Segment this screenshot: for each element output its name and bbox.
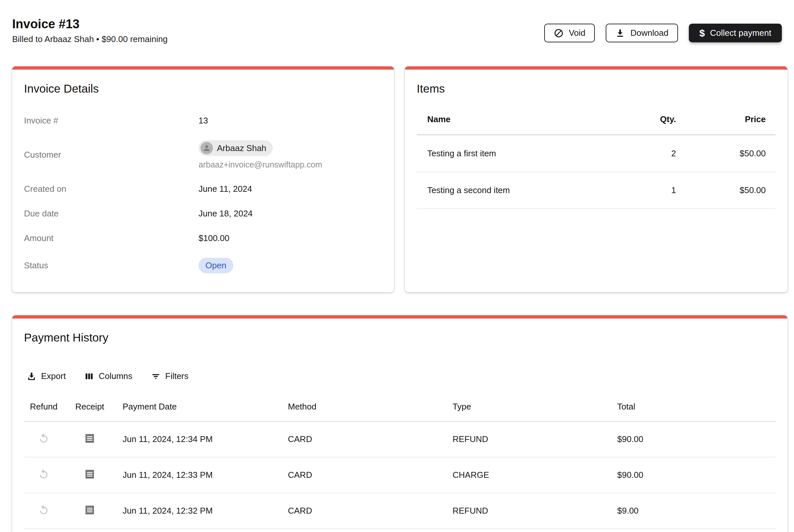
refund-button[interactable]	[37, 432, 50, 445]
payment-history-title: Payment History	[24, 330, 776, 345]
refund-button[interactable]	[37, 468, 50, 480]
receipt-icon	[84, 505, 95, 516]
items-header-row: Name Qty. Price	[417, 104, 776, 135]
customer-value: Arbaaz Shah arbaaz+invoice@runswiftapp.c…	[199, 140, 382, 169]
payment-method-cell: CARD	[281, 493, 446, 529]
detail-label: Amount	[24, 233, 199, 243]
avatar	[201, 142, 213, 154]
invoice-details-title: Invoice Details	[24, 81, 382, 96]
payment-type-cell: CHARGE	[446, 457, 611, 493]
items-column-name: Name	[417, 104, 614, 135]
payment-total-cell: $9.00	[611, 529, 776, 532]
due-date-value: June 18, 2024	[199, 209, 382, 219]
detail-row-created-on: Created on June 11, 2024	[24, 177, 382, 201]
refund-undo-icon	[38, 433, 49, 444]
customer-email: arbaaz+invoice@runswiftapp.com	[199, 160, 382, 169]
detail-row-customer: Customer Arbaaz Shah arbaaz+invoice@runs…	[24, 133, 382, 177]
payment-column-refund[interactable]: Refund	[24, 393, 70, 421]
payment-date-cell: Jun 11, 2024, 12:32 PM	[116, 493, 281, 529]
detail-label: Status	[24, 261, 199, 271]
item-name: Testing a second item	[417, 172, 614, 209]
status-value: Open	[199, 258, 382, 273]
refund-undo-icon	[38, 505, 49, 516]
refund-button[interactable]	[37, 504, 50, 516]
page-title: Invoice #13	[12, 16, 168, 32]
payment-type-cell: REFUND	[446, 421, 611, 457]
download-button-label: Download	[630, 28, 668, 38]
receipt-icon	[84, 433, 95, 444]
columns-button[interactable]: Columns	[81, 369, 135, 383]
created-on-value: June 11, 2024	[199, 184, 382, 194]
payment-method-cell: CARD	[281, 529, 446, 532]
payment-method-cell: CARD	[281, 457, 446, 493]
invoice-details-card: Invoice Details Invoice # 13 Customer	[12, 66, 394, 292]
void-button-label: Void	[569, 28, 586, 38]
items-title: Items	[417, 81, 776, 96]
item-price: $50.00	[686, 135, 776, 172]
refund-undo-icon	[38, 469, 49, 480]
customer-name: Arbaaz Shah	[217, 143, 266, 153]
filters-button-label: Filters	[165, 371, 189, 381]
payment-total-cell: $90.00	[611, 421, 776, 457]
detail-row-invoice-number: Invoice # 13	[24, 108, 382, 133]
invoice-details-rows: Invoice # 13 Customer Arbaaz Shah	[24, 108, 382, 281]
payment-history-toolbar: Export Columns Filters	[24, 369, 776, 383]
item-qty: 2	[614, 135, 686, 172]
detail-label: Invoice #	[24, 116, 199, 126]
detail-row-status: Status Open	[24, 251, 382, 281]
detail-label: Created on	[24, 184, 199, 194]
item-qty: 1	[614, 172, 686, 209]
invoice-page: Invoice #13 Billed to Arbaaz Shah • $90.…	[0, 0, 794, 532]
filters-button[interactable]: Filters	[148, 369, 191, 383]
page-header: Invoice #13 Billed to Arbaaz Shah • $90.…	[12, 16, 788, 45]
payment-total-cell: $9.00	[611, 493, 776, 529]
receipt-button[interactable]	[84, 432, 96, 445]
customer-chip[interactable]: Arbaaz Shah	[199, 140, 273, 156]
item-price: $50.00	[686, 172, 776, 209]
invoice-number-value: 13	[199, 116, 382, 126]
void-button[interactable]: Void	[544, 24, 595, 42]
payment-column-receipt[interactable]: Receipt	[70, 393, 116, 421]
export-button[interactable]: Export	[24, 369, 68, 383]
payment-history-card: Payment History Export Columns	[12, 315, 788, 532]
payment-row: Jun 11, 2024, 12:33 PM CARD CHARGE $90.0…	[24, 457, 776, 493]
payment-date-cell: Jun 11, 2024, 12:29 PM	[116, 529, 281, 532]
payment-type-cell: REFUND	[446, 493, 611, 529]
item-row: Testing a second item 1 $50.00	[417, 172, 776, 209]
detail-row-amount: Amount $100.00	[24, 226, 382, 251]
payment-column-method[interactable]: Method	[281, 393, 446, 421]
items-column-price: Price	[686, 104, 776, 135]
payment-column-total[interactable]: Total	[611, 393, 776, 421]
payment-column-payment-date[interactable]: Payment Date	[116, 393, 281, 421]
receipt-button[interactable]	[84, 468, 96, 480]
payment-date-cell: Jun 11, 2024, 12:33 PM	[116, 457, 281, 493]
payment-header-row: Refund Receipt Payment Date Method Type …	[24, 393, 776, 421]
items-card: Items Name Qty. Price Testing a first it…	[405, 66, 788, 292]
page-subtitle: Billed to Arbaaz Shah • $90.00 remaining	[12, 34, 168, 45]
collect-payment-button[interactable]: $ Collect payment	[689, 24, 782, 42]
status-badge: Open	[199, 258, 233, 273]
dollar-icon: $	[699, 28, 705, 38]
payment-method-cell: CARD	[281, 421, 446, 457]
items-table: Name Qty. Price Testing a first item 2 $…	[417, 104, 776, 209]
columns-icon	[84, 372, 94, 381]
summary-cards-row: Invoice Details Invoice # 13 Customer	[12, 66, 788, 292]
item-name: Testing a first item	[417, 135, 614, 172]
payment-history-table: Refund Receipt Payment Date Method Type …	[24, 393, 776, 532]
payment-column-type[interactable]: Type	[446, 393, 611, 421]
header-actions: Void Download $ Collect payment	[544, 24, 782, 42]
amount-value: $100.00	[199, 233, 382, 243]
download-icon	[615, 28, 625, 38]
payment-type-cell: CHARGE	[446, 529, 611, 532]
item-row: Testing a first item 2 $50.00	[417, 135, 776, 172]
payment-total-cell: $90.00	[611, 457, 776, 493]
download-button[interactable]: Download	[606, 24, 678, 42]
items-column-qty: Qty.	[614, 104, 686, 135]
detail-row-due-date: Due date June 18, 2024	[24, 201, 382, 226]
export-icon	[26, 372, 36, 381]
payment-row: Jun 11, 2024, 12:34 PM CARD REFUND $90.0…	[24, 421, 776, 457]
collect-payment-button-label: Collect payment	[710, 28, 771, 38]
receipt-icon	[84, 469, 95, 480]
receipt-button[interactable]	[84, 504, 96, 516]
detail-label: Customer	[24, 150, 199, 160]
